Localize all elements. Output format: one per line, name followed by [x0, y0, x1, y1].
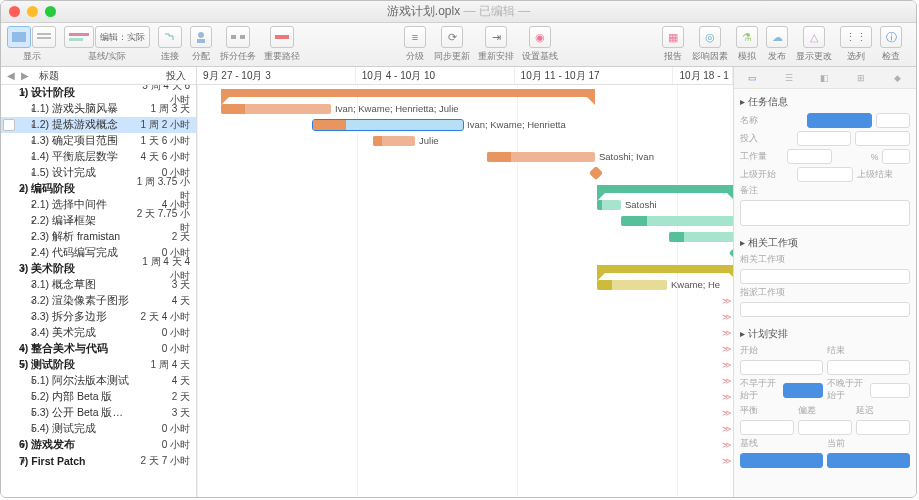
- insp-dur-field[interactable]: [855, 131, 910, 146]
- task-bar[interactable]: Julie: [373, 136, 415, 146]
- col-title[interactable]: 标题: [39, 69, 134, 83]
- insp-pct-field[interactable]: [882, 149, 910, 164]
- offscreen-arrow-icon: ≫: [722, 440, 731, 450]
- setbaseline-button[interactable]: ◉: [529, 26, 551, 48]
- insp-b1[interactable]: [740, 420, 794, 435]
- report-button[interactable]: ▦: [662, 26, 684, 48]
- insp-effort-field[interactable]: [797, 131, 852, 146]
- inspect-button[interactable]: ⓘ: [880, 26, 902, 48]
- group-bar[interactable]: [597, 185, 733, 193]
- outline-fwd-icon[interactable]: ▶: [21, 70, 29, 81]
- inspector-tab-project-icon[interactable]: ◆: [888, 70, 908, 86]
- outline-row[interactable]: •3.1) 概念草图3 天: [1, 277, 196, 293]
- outline-row[interactable]: ▼2) 编码阶段1 周 3.75 小时: [1, 181, 196, 197]
- row-checkbox[interactable]: [3, 119, 15, 131]
- outline-row[interactable]: •5.1) 阿尔法版本测试4 天: [1, 373, 196, 389]
- milestone[interactable]: [729, 246, 733, 260]
- inspector-tab-task-icon[interactable]: ▭: [742, 70, 762, 86]
- task-bar[interactable]: Ivan; Kwame; Henrietta; Julie: [221, 104, 331, 114]
- task-bar[interactable]: Satoshi; Ivan: [487, 152, 595, 162]
- group-bar[interactable]: [221, 89, 595, 97]
- insp-base-field[interactable]: [740, 453, 823, 468]
- close-icon[interactable]: [9, 6, 20, 17]
- inspector-tab-resource-icon[interactable]: ☰: [779, 70, 799, 86]
- task-bar[interactable]: Satoshi: [669, 232, 733, 242]
- row-effort: 0 小时: [132, 326, 190, 340]
- outline-row[interactable]: •1.4) 平衡底层数学4 天 6 小时: [1, 149, 196, 165]
- connect-button[interactable]: [158, 26, 182, 48]
- inspector-tab-style-icon[interactable]: ◧: [815, 70, 835, 86]
- assign-button[interactable]: [190, 26, 212, 48]
- insp-dep1-field[interactable]: [740, 269, 910, 284]
- outline-row[interactable]: •5.4) 测试完成0 小时: [1, 421, 196, 437]
- disclosure-triangle-icon[interactable]: ▼: [1, 89, 19, 98]
- outline-row[interactable]: •3.4) 美术完成0 小时: [1, 325, 196, 341]
- insp-end-field[interactable]: [827, 360, 910, 375]
- split-button[interactable]: [226, 26, 250, 48]
- insp-cur-field[interactable]: [827, 453, 910, 468]
- insp-s1-field[interactable]: [797, 167, 852, 182]
- filter-button[interactable]: ⋮⋮: [840, 26, 872, 48]
- row-title: 1.5) 设计完成: [31, 166, 132, 180]
- sync-button[interactable]: ⟳: [441, 26, 463, 48]
- simulate-button[interactable]: ⚗: [736, 26, 758, 48]
- insp-work-field[interactable]: [787, 149, 832, 164]
- insp-start-field[interactable]: [740, 360, 823, 375]
- outline-back-icon[interactable]: ◀: [7, 70, 15, 81]
- view-gantt-button[interactable]: [7, 26, 31, 48]
- row-effort: 2 天: [132, 230, 190, 244]
- outline-row[interactable]: •5.2) 内部 Beta 版2 天: [1, 389, 196, 405]
- outline-row[interactable]: •1.2) 提炼游戏概念1 周 2 小时: [1, 117, 196, 133]
- outline-row[interactable]: ▼6) 游戏发布0 小时: [1, 437, 196, 453]
- outline-row[interactable]: •1.1) 游戏头脑风暴1 周 3 天: [1, 101, 196, 117]
- disclosure-triangle-icon[interactable]: ▼: [1, 345, 19, 354]
- bullet-icon: •: [1, 152, 31, 163]
- view-outline-button[interactable]: [32, 26, 56, 48]
- disclosure-triangle-icon[interactable]: ▼: [1, 441, 19, 450]
- outline-row[interactable]: ▼5) 测试阶段1 周 4 天: [1, 357, 196, 373]
- task-bar[interactable]: Satoshi: [597, 200, 621, 210]
- outline-row[interactable]: •2.2) 编译框架2 天 7.75 小时: [1, 213, 196, 229]
- factors-button[interactable]: ◎: [699, 26, 721, 48]
- task-bar[interactable]: Kwame; He: [597, 280, 667, 290]
- outline-row[interactable]: •3.2) 渲染像素子图形4 天: [1, 293, 196, 309]
- insp-notes-field[interactable]: [740, 200, 910, 226]
- edit-actual-button[interactable]: 编辑：实际: [95, 26, 150, 48]
- group-bar[interactable]: [597, 265, 733, 273]
- outline-row[interactable]: •1.3) 确定项目范围1 天 6 小时: [1, 133, 196, 149]
- row-effort: 1 周 3 天: [132, 102, 190, 116]
- gantt-pane[interactable]: 9月 27 - 10月 310月 4 - 10月 1010月 11 - 10月 …: [197, 67, 733, 497]
- disclosure-triangle-icon[interactable]: ▼: [1, 185, 19, 194]
- outline-row[interactable]: •2.3) 解析 framistan2 天: [1, 229, 196, 245]
- minimize-icon[interactable]: [27, 6, 38, 17]
- task-bar[interactable]: Ivan; Kwame; Henrietta: [313, 120, 463, 130]
- disclosure-triangle-icon[interactable]: ▼: [1, 457, 19, 466]
- row-title: 5.1) 阿尔法版本测试: [31, 374, 132, 388]
- insp-c2-field[interactable]: [870, 383, 911, 398]
- task-bar[interactable]: Ivan; Satoshi: [621, 216, 733, 226]
- outline-row[interactable]: ▼1) 设计阶段3 周 4 天 6 小时: [1, 85, 196, 101]
- level-button[interactable]: ≡: [404, 26, 426, 48]
- insp-type-field[interactable]: [876, 113, 910, 128]
- insp-b2[interactable]: [798, 420, 852, 435]
- outline-row[interactable]: ▼4) 整合美术与代码0 小时: [1, 341, 196, 357]
- outline-row[interactable]: •3.3) 拆分多边形2 天 4 小时: [1, 309, 196, 325]
- disclosure-triangle-icon[interactable]: ▼: [1, 265, 19, 274]
- outline-row[interactable]: ▼3) 美术阶段1 周 4 天 4 小时: [1, 261, 196, 277]
- update-button[interactable]: △: [803, 26, 825, 48]
- disclosure-triangle-icon[interactable]: ▼: [1, 361, 19, 370]
- zoom-icon[interactable]: [45, 6, 56, 17]
- insp-b3[interactable]: [856, 420, 910, 435]
- insp-c1-field[interactable]: [783, 383, 824, 398]
- publish-button[interactable]: ☁: [766, 26, 788, 48]
- col-effort[interactable]: 投入: [134, 69, 190, 83]
- inspector-tab-custom-icon[interactable]: ⊞: [851, 70, 871, 86]
- insp-dep2-field[interactable]: [740, 302, 910, 317]
- critical-button[interactable]: [270, 26, 294, 48]
- milestone[interactable]: [589, 166, 603, 180]
- insp-name-field[interactable]: [807, 113, 872, 128]
- reschedule-button[interactable]: ⇥: [485, 26, 507, 48]
- outline-row[interactable]: •5.3) 公开 Beta 版测试3 天: [1, 405, 196, 421]
- baseline-toggle-button[interactable]: [64, 26, 94, 48]
- outline-row[interactable]: ▼7) First Patch2 天 7 小时: [1, 453, 196, 469]
